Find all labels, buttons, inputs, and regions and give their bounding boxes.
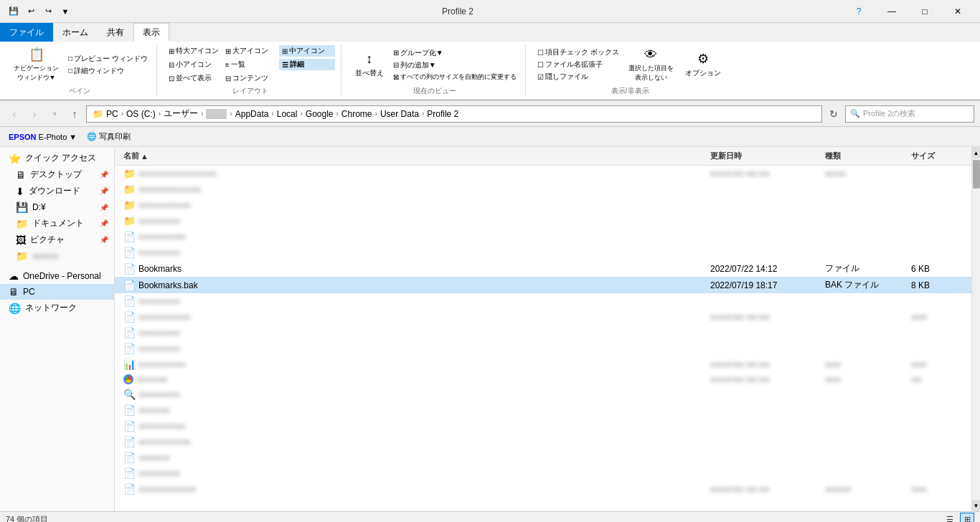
path-appdata[interactable]: AppData	[235, 109, 269, 119]
col-name[interactable]: 名前 ▲	[121, 148, 707, 163]
small-icons-btn[interactable]: ⊟小アイコン	[166, 59, 222, 70]
epson-ephoto-btn[interactable]: EPSON E-Photo ▼	[6, 131, 80, 143]
file-row[interactable]: 📊 ●●●●●●●●● ●●●●/●● ●●:●●●●●●●●	[115, 356, 971, 372]
help-button[interactable]: ?	[842, 0, 875, 23]
redo-icon[interactable]: ↪	[40, 4, 56, 19]
path-osc[interactable]: OS (C:)	[126, 109, 156, 119]
large-icons-view-btn[interactable]: ⊞	[960, 513, 974, 523]
list-btn[interactable]: ≡一覧	[222, 59, 278, 70]
file-row[interactable]: 📄●●●●●●●●●	[115, 229, 971, 245]
file-row[interactable]: 📄●●●●●●●●●● ●●●●/●● ●●:●●●●●	[115, 309, 971, 325]
tab-home[interactable]: ホーム	[53, 23, 98, 42]
tab-file[interactable]: ファイル	[0, 23, 53, 42]
sidebar-item-onedrive[interactable]: ☁ OneDrive - Personal	[0, 268, 114, 284]
col-date[interactable]: 更新日時	[707, 148, 822, 163]
file-row[interactable]: 📁●●●●●●●●●●	[115, 197, 971, 213]
undo-icon[interactable]: ↩	[23, 4, 39, 19]
file-row[interactable]: 📄●●●●●●●●●●	[115, 434, 971, 450]
up-button[interactable]: ↑	[66, 105, 83, 123]
file-row[interactable]: 📁●●●●●●●●	[115, 213, 971, 229]
options-btn[interactable]: ⚙ オプション	[680, 49, 726, 80]
sidebar-item-quick-access[interactable]: ⭐ クイック アクセス	[0, 150, 114, 166]
item-count: 74 個の項目	[6, 514, 48, 522]
details-view-btn[interactable]: ☰	[943, 513, 957, 523]
path-user[interactable]: ユーザー	[164, 108, 198, 120]
sidebar-item-download[interactable]: ⬇ ダウンロード 📌	[0, 183, 114, 199]
sidebar-item-pictures[interactable]: 🖼 ピクチャ 📌	[0, 232, 114, 248]
bookmarks-bak-name-cell: → 📄 Bookmarks.bak	[121, 278, 707, 293]
file-row[interactable]: 📄●●●●●●●●	[115, 293, 971, 309]
sidebar-item-network[interactable]: 🌐 ネットワーク	[0, 300, 114, 316]
bookmarks-row[interactable]: 📄Bookmarks 2022/07/22 14:12 ファイル 6 KB	[115, 260, 971, 277]
content-btn[interactable]: ⊟コンテンツ	[222, 72, 278, 84]
path-userdata[interactable]: User Data	[380, 109, 419, 119]
col-type[interactable]: 種類	[822, 148, 908, 163]
scroll-up-btn[interactable]: ▲	[972, 147, 981, 158]
sort-btn[interactable]: ↕ 並べ替え	[350, 49, 389, 80]
extra-large-icons-btn[interactable]: ⊞特大アイコン	[166, 45, 222, 57]
details-window-btn[interactable]: □ 詳細ウィンドウ	[65, 65, 151, 77]
sidebar-item-blurred1[interactable]: 📁 ●●●●●	[0, 248, 114, 264]
scroll-thumb[interactable]	[973, 160, 980, 189]
large-icons-btn[interactable]: ⊞大アイコン	[222, 45, 278, 57]
pc-label: PC	[23, 287, 35, 297]
sidebar-item-d-drive[interactable]: 💾 D:¥ 📌	[0, 199, 114, 215]
sidebar-item-desktop[interactable]: 🖥 デスクトップ 📌	[0, 166, 114, 183]
hide-selected-btn[interactable]: 👁 選択した項目を表示しない	[623, 45, 679, 85]
save-icon[interactable]: 💾	[6, 4, 22, 19]
file-row[interactable]: 📄●●●●●●	[115, 402, 971, 418]
path-profile2[interactable]: Profile 2	[427, 109, 458, 119]
file-row[interactable]: 📄●●●●●●●●	[115, 245, 971, 260]
back-button[interactable]: ‹	[6, 105, 23, 123]
path-chrome[interactable]: Chrome	[341, 109, 372, 119]
file-row[interactable]: 📄●●●●●●●●	[115, 341, 971, 356]
col-size[interactable]: サイズ	[908, 148, 966, 163]
close-button[interactable]: ✕	[941, 0, 974, 23]
item-checkbox-btn[interactable]: ☐項目チェック ボックス	[534, 47, 622, 58]
detail-btn[interactable]: ☰詳細	[279, 59, 335, 70]
file-row[interactable]: 📁●●●●●●●●●●●●	[115, 181, 971, 197]
file-row[interactable]: 📄●●●●●●	[115, 450, 971, 465]
file-row[interactable]: 📄●●●●●●●●●	[115, 418, 971, 434]
file-row[interactable]: 📄●●●●●●●●●●● ●●●●/●● ●●:●●●●●●●●●●	[115, 481, 971, 497]
sidebar-item-documents[interactable]: 📁 ドキュメント 📌	[0, 215, 114, 232]
layout-group-label: レイアウト	[166, 85, 335, 96]
path-local[interactable]: Local	[277, 109, 298, 119]
navigation-window-btn[interactable]: 📋 ナビゲーションウィンドウ▼	[9, 44, 64, 85]
sidebar-item-pc[interactable]: 🖥 PC	[0, 284, 114, 300]
scroll-down-btn[interactable]: ▼	[972, 500, 981, 511]
group-by-btn[interactable]: ⊞グループ化▼	[390, 47, 519, 59]
recent-locations-button[interactable]: ▾	[46, 105, 63, 123]
window-controls[interactable]: ? — □ ✕	[842, 0, 974, 23]
search-box[interactable]: 🔍 Profile 2の検索	[845, 105, 974, 123]
add-column-btn[interactable]: ⊟列の追加▼	[390, 60, 519, 71]
address-path[interactable]: 📁 PC › OS (C:) › ユーザー › ●●●● › AppData ›…	[86, 105, 822, 123]
hidden-files-btn[interactable]: ☑隠しファイル	[534, 71, 622, 82]
medium-icons-btn[interactable]: ⊞中アイコン	[279, 45, 335, 57]
preview-window-btn[interactable]: □ プレビュー ウィンドウ	[65, 53, 151, 65]
quick-access-toolbar[interactable]: 💾 ↩ ↪ ▼	[6, 4, 73, 19]
file-ext-btn[interactable]: ☐ファイル名拡張子	[534, 59, 622, 70]
tile-btn[interactable]: ⊡並べて表示	[166, 72, 222, 84]
file-row[interactable]: ●●●●●● ●●●●/●● ●●:●●●●●●●	[115, 372, 971, 386]
path-username[interactable]: ●●●●	[206, 109, 227, 119]
file-name-cell: 📁●●●●●●●●●●●●	[121, 182, 707, 196]
minimize-button[interactable]: —	[875, 0, 908, 23]
tab-view[interactable]: 表示	[133, 23, 169, 42]
tab-share[interactable]: 共有	[98, 23, 133, 42]
maximize-button[interactable]: □	[908, 0, 941, 23]
bookmarks-bak-row[interactable]: → 📄 Bookmarks.bak → 2022/07/19 18:17 BAK…	[115, 277, 971, 293]
vertical-scrollbar[interactable]: ▲ ▼	[971, 147, 980, 511]
path-pc[interactable]: PC	[106, 109, 118, 119]
forward-button[interactable]: ›	[26, 105, 43, 123]
file-row[interactable]: 🔍●●●●●●●●	[115, 386, 971, 402]
blurred1-label: ●●●●●	[32, 251, 58, 261]
file-row[interactable]: 📁●●●●●●●●●●●●●●● ●●●●/●● ●●:●● ●●●●	[115, 166, 971, 181]
refresh-button[interactable]: ↻	[825, 105, 842, 123]
file-row[interactable]: 📄●●●●●●●●	[115, 465, 971, 481]
path-google[interactable]: Google	[306, 109, 334, 119]
photo-print-btn[interactable]: 🌐 写真印刷	[84, 130, 133, 143]
file-row[interactable]: 📄●●●●●●●●	[115, 325, 971, 341]
auto-size-btn[interactable]: ⊠すべての列のサイズを自動的に変更する	[390, 72, 519, 82]
dropdown-icon[interactable]: ▼	[57, 4, 73, 19]
